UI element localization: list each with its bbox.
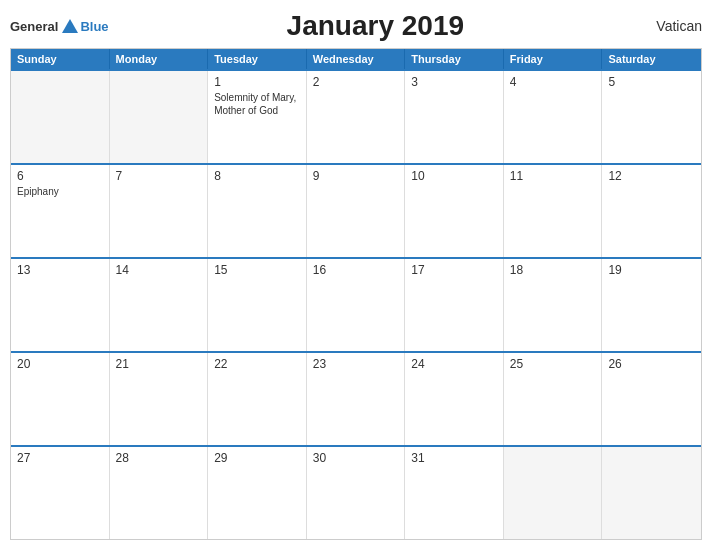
day-number: 16	[313, 263, 399, 277]
event-label: Epiphany	[17, 185, 103, 198]
calendar-cell	[11, 71, 110, 163]
day-number: 11	[510, 169, 596, 183]
day-number: 3	[411, 75, 497, 89]
page: General Blue January 2019 Vatican Sunday…	[0, 0, 712, 550]
day-number: 8	[214, 169, 300, 183]
calendar-body: 1Solemnity of Mary, Mother of God23456Ep…	[11, 69, 701, 539]
calendar-week-1: 6Epiphany789101112	[11, 163, 701, 257]
day-number: 20	[17, 357, 103, 371]
calendar-cell: 2	[307, 71, 406, 163]
day-of-week-wednesday: Wednesday	[307, 49, 406, 69]
calendar-cell: 28	[110, 447, 209, 539]
day-number: 15	[214, 263, 300, 277]
day-of-week-thursday: Thursday	[405, 49, 504, 69]
calendar-cell: 13	[11, 259, 110, 351]
day-number: 4	[510, 75, 596, 89]
day-number: 29	[214, 451, 300, 465]
day-number: 9	[313, 169, 399, 183]
day-number: 5	[608, 75, 695, 89]
calendar-cell: 24	[405, 353, 504, 445]
day-of-week-tuesday: Tuesday	[208, 49, 307, 69]
logo-blue: Blue	[80, 19, 108, 34]
calendar-cell: 23	[307, 353, 406, 445]
calendar-cell	[602, 447, 701, 539]
calendar-week-0: 1Solemnity of Mary, Mother of God2345	[11, 69, 701, 163]
calendar-cell: 10	[405, 165, 504, 257]
calendar-cell: 1Solemnity of Mary, Mother of God	[208, 71, 307, 163]
calendar-cell: 20	[11, 353, 110, 445]
day-of-week-friday: Friday	[504, 49, 603, 69]
day-number: 25	[510, 357, 596, 371]
calendar-cell	[504, 447, 603, 539]
day-number: 2	[313, 75, 399, 89]
calendar-cell: 11	[504, 165, 603, 257]
day-number: 7	[116, 169, 202, 183]
day-number: 1	[214, 75, 300, 89]
day-number: 18	[510, 263, 596, 277]
calendar-cell: 12	[602, 165, 701, 257]
header: General Blue January 2019 Vatican	[10, 10, 702, 42]
calendar-week-4: 2728293031	[11, 445, 701, 539]
calendar-header: SundayMondayTuesdayWednesdayThursdayFrid…	[11, 49, 701, 69]
calendar-cell: 31	[405, 447, 504, 539]
day-of-week-saturday: Saturday	[602, 49, 701, 69]
calendar-cell: 3	[405, 71, 504, 163]
day-number: 24	[411, 357, 497, 371]
calendar-cell: 17	[405, 259, 504, 351]
calendar-cell: 6Epiphany	[11, 165, 110, 257]
day-number: 6	[17, 169, 103, 183]
calendar-cell: 8	[208, 165, 307, 257]
day-number: 19	[608, 263, 695, 277]
calendar-cell: 4	[504, 71, 603, 163]
calendar-cell	[110, 71, 209, 163]
calendar-cell: 22	[208, 353, 307, 445]
day-number: 23	[313, 357, 399, 371]
logo: General Blue	[10, 19, 109, 34]
day-number: 13	[17, 263, 103, 277]
day-number: 12	[608, 169, 695, 183]
day-of-week-monday: Monday	[110, 49, 209, 69]
calendar-cell: 29	[208, 447, 307, 539]
calendar-cell: 14	[110, 259, 209, 351]
day-number: 30	[313, 451, 399, 465]
calendar-cell: 21	[110, 353, 209, 445]
day-number: 26	[608, 357, 695, 371]
day-of-week-sunday: Sunday	[11, 49, 110, 69]
calendar-cell: 30	[307, 447, 406, 539]
calendar-week-2: 13141516171819	[11, 257, 701, 351]
logo-triangle-icon	[62, 19, 78, 33]
day-number: 28	[116, 451, 202, 465]
day-number: 21	[116, 357, 202, 371]
calendar: SundayMondayTuesdayWednesdayThursdayFrid…	[10, 48, 702, 540]
calendar-cell: 16	[307, 259, 406, 351]
calendar-cell: 7	[110, 165, 209, 257]
day-number: 22	[214, 357, 300, 371]
event-label: Solemnity of Mary, Mother of God	[214, 91, 300, 117]
calendar-cell: 15	[208, 259, 307, 351]
day-number: 31	[411, 451, 497, 465]
calendar-cell: 25	[504, 353, 603, 445]
day-number: 17	[411, 263, 497, 277]
calendar-cell: 26	[602, 353, 701, 445]
calendar-cell: 18	[504, 259, 603, 351]
calendar-cell: 19	[602, 259, 701, 351]
day-number: 10	[411, 169, 497, 183]
calendar-cell: 9	[307, 165, 406, 257]
calendar-cell: 5	[602, 71, 701, 163]
logo-general: General	[10, 19, 58, 34]
calendar-title: January 2019	[109, 10, 642, 42]
day-number: 27	[17, 451, 103, 465]
day-number: 14	[116, 263, 202, 277]
calendar-week-3: 20212223242526	[11, 351, 701, 445]
calendar-cell: 27	[11, 447, 110, 539]
country-label: Vatican	[642, 18, 702, 34]
